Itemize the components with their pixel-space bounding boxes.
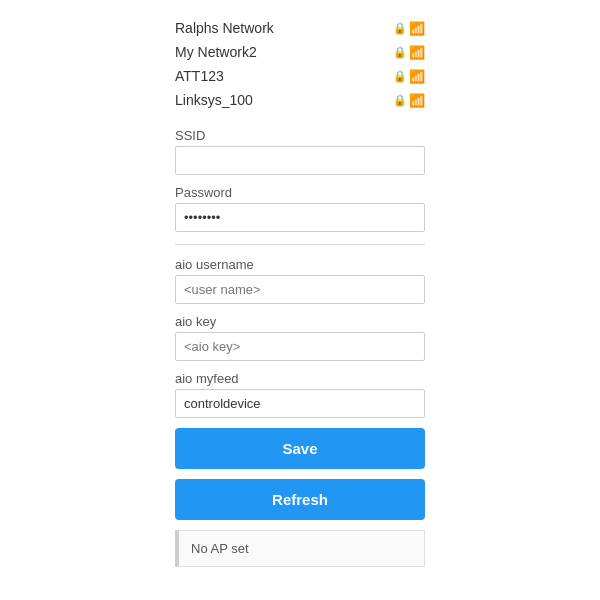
aio-myfeed-label: aio myfeed [175, 371, 425, 386]
aio-key-label: aio key [175, 314, 425, 329]
refresh-button[interactable]: Refresh [175, 479, 425, 520]
aio-key-group: aio key [175, 314, 425, 361]
ssid-input[interactable] [175, 146, 425, 175]
network-icons-1: 🔒 📶 [393, 45, 425, 60]
network-name-2: ATT123 [175, 68, 224, 84]
signal-icon-1: 📶 [409, 45, 425, 60]
status-text: No AP set [191, 541, 249, 556]
signal-icon-0: 📶 [409, 21, 425, 36]
network-item-3[interactable]: Linksys_100 🔒 📶 [175, 88, 425, 112]
save-button[interactable]: Save [175, 428, 425, 469]
network-name-0: Ralphs Network [175, 20, 274, 36]
network-icons-3: 🔒 📶 [393, 93, 425, 108]
network-item-0[interactable]: Ralphs Network 🔒 📶 [175, 16, 425, 40]
network-item-1[interactable]: My Network2 🔒 📶 [175, 40, 425, 64]
password-label: Password [175, 185, 425, 200]
password-group: Password [175, 185, 425, 232]
network-list: Ralphs Network 🔒 📶 My Network2 🔒 📶 ATT12… [175, 16, 425, 112]
aio-username-label: aio username [175, 257, 425, 272]
lock-icon-1: 🔒 [393, 46, 407, 59]
lock-icon-2: 🔒 [393, 70, 407, 83]
lock-icon-3: 🔒 [393, 94, 407, 107]
aio-myfeed-group: aio myfeed [175, 371, 425, 418]
signal-icon-3: 📶 [409, 93, 425, 108]
divider [175, 244, 425, 245]
network-icons-0: 🔒 📶 [393, 21, 425, 36]
aio-username-group: aio username [175, 257, 425, 304]
signal-icon-2: 📶 [409, 69, 425, 84]
ssid-label: SSID [175, 128, 425, 143]
aio-key-input[interactable] [175, 332, 425, 361]
lock-icon-0: 🔒 [393, 22, 407, 35]
ssid-group: SSID [175, 128, 425, 175]
aio-myfeed-input[interactable] [175, 389, 425, 418]
status-box: No AP set [175, 530, 425, 567]
network-name-1: My Network2 [175, 44, 257, 60]
aio-username-input[interactable] [175, 275, 425, 304]
password-input[interactable] [175, 203, 425, 232]
network-item-2[interactable]: ATT123 🔒 📶 [175, 64, 425, 88]
network-icons-2: 🔒 📶 [393, 69, 425, 84]
network-name-3: Linksys_100 [175, 92, 253, 108]
